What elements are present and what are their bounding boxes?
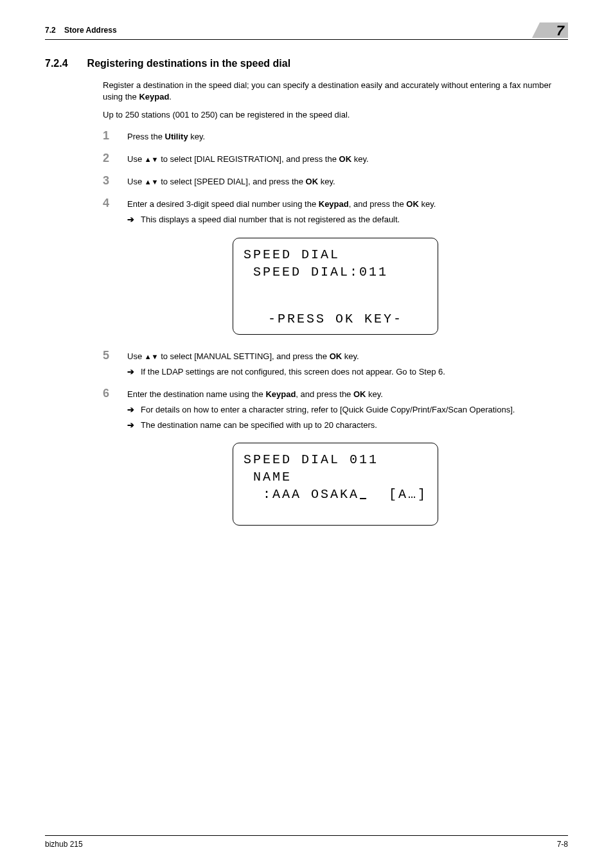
- up-down-arrows-icon: ▲▼: [145, 155, 159, 164]
- arrow-icon: ➔: [127, 404, 134, 416]
- step-body: Press the Utility key.: [127, 129, 568, 143]
- step-body: Use ▲▼ to select [MANUAL SETTING], and p…: [127, 349, 568, 378]
- section-heading: 7.2.4 Registering destinations in the sp…: [45, 58, 568, 69]
- step-body: Use ▲▼ to select [SPEED DIAL], and press…: [127, 174, 568, 188]
- step-4: 4 Enter a desired 3-digit speed dial num…: [103, 197, 568, 226]
- step-3: 3 Use ▲▼ to select [SPEED DIAL], and pre…: [103, 174, 568, 188]
- step-note: ➔ The destination name can be specified …: [127, 420, 568, 431]
- lcd-line: SPEED DIAL:011: [244, 263, 427, 281]
- step-number: 4: [103, 197, 113, 226]
- arrow-icon: ➔: [127, 420, 134, 431]
- arrow-icon: ➔: [127, 366, 134, 378]
- step-body: Enter a desired 3-digit speed dial numbe…: [127, 197, 568, 226]
- step-body: Enter the destination name using the Key…: [127, 387, 568, 432]
- body-content: Register a destination in the speed dial…: [103, 80, 568, 540]
- lcd-line: SPEED DIAL: [244, 246, 427, 263]
- step-note: ➔ This displays a speed dial number that…: [127, 214, 568, 226]
- footer-right: 7-8: [557, 840, 568, 849]
- intro-para-1: Register a destination in the speed dial…: [103, 80, 568, 103]
- chapter-tab: 7: [540, 22, 568, 38]
- step-2: 2 Use ▲▼ to select [DIAL REGISTRATION], …: [103, 152, 568, 165]
- heading-num: 7.2.4: [45, 58, 68, 69]
- step-number: 3: [103, 174, 113, 188]
- lcd-line: -PRESS OK KEY-: [244, 310, 427, 328]
- footer-left: bizhub 215: [45, 840, 83, 849]
- step-1: 1 Press the Utility key.: [103, 129, 568, 143]
- header-section-title: Store Address: [64, 26, 117, 35]
- step-body: Use ▲▼ to select [DIAL REGISTRATION], an…: [127, 152, 568, 165]
- lcd-line: SPEED DIAL 011: [244, 451, 427, 468]
- lcd-display-1: SPEED DIAL SPEED DIAL:011 -PRESS OK KEY-: [233, 238, 438, 335]
- header-section-num: 7.2: [45, 26, 56, 35]
- lcd-line: :AAA OSAKA[A…]: [244, 486, 427, 503]
- step-5: 5 Use ▲▼ to select [MANUAL SETTING], and…: [103, 349, 568, 378]
- cursor-icon: [360, 498, 366, 499]
- page-footer: bizhub 215 7-8: [45, 835, 568, 849]
- step-note: ➔ If the LDAP settings are not configure…: [127, 366, 568, 378]
- heading-title: Registering destinations in the speed di…: [87, 58, 291, 69]
- lcd-display-2: SPEED DIAL 011 NAME :AAA OSAKA[A…]: [233, 443, 438, 526]
- chapter-number: 7: [556, 22, 564, 39]
- step-list-2: 5 Use ▲▼ to select [MANUAL SETTING], and…: [103, 349, 568, 432]
- header-section: 7.2 Store Address: [45, 26, 117, 35]
- arrow-icon: ➔: [127, 214, 134, 226]
- step-note: ➔ For details on how to enter a characte…: [127, 404, 568, 416]
- page-header: 7.2 Store Address 7: [45, 22, 568, 40]
- step-number: 6: [103, 387, 113, 432]
- step-list: 1 Press the Utility key. 2 Use ▲▼ to sel…: [103, 129, 568, 226]
- up-down-arrows-icon: ▲▼: [145, 177, 159, 187]
- intro-para-2: Up to 250 stations (001 to 250) can be r…: [103, 109, 568, 121]
- lcd-line: NAME: [244, 468, 427, 486]
- step-number: 1: [103, 129, 113, 143]
- step-number: 2: [103, 152, 113, 165]
- step-6: 6 Enter the destination name using the K…: [103, 387, 568, 432]
- up-down-arrows-icon: ▲▼: [145, 352, 159, 362]
- step-number: 5: [103, 349, 113, 378]
